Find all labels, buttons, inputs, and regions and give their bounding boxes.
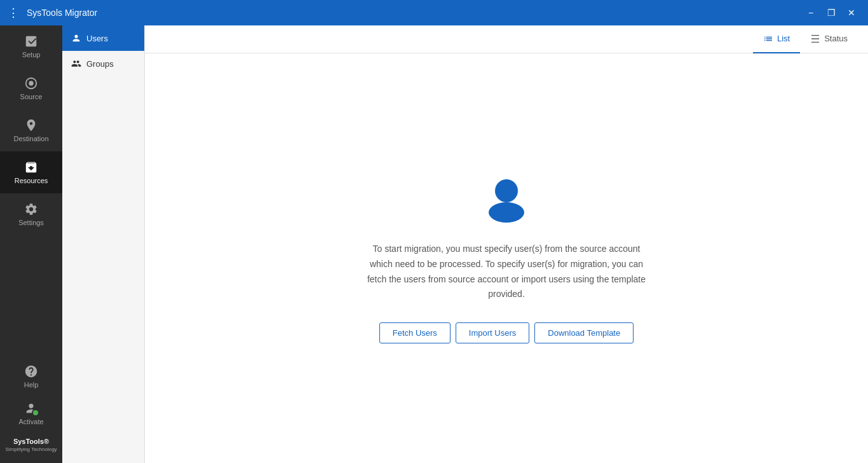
download-template-button[interactable]: Download Template: [534, 322, 634, 343]
svg-point-1: [29, 81, 33, 85]
svg-point-3: [495, 179, 518, 202]
app-title: SysTools Migrator: [27, 8, 802, 18]
close-button[interactable]: ✕: [843, 4, 860, 22]
maximize-button[interactable]: ❐: [822, 4, 840, 22]
minimize-button[interactable]: −: [802, 4, 820, 22]
list-tab-label: List: [777, 34, 790, 43]
title-bar: ⋮ SysTools Migrator − ❐ ✕: [0, 0, 868, 25]
description-text: To start migration, you must specify use…: [360, 242, 653, 302]
large-user-icon: [481, 173, 532, 224]
user-icon-large: [481, 173, 532, 226]
sidebar: Setup Source Destination: [0, 25, 62, 463]
logo-tagline: Simplifying Technology: [5, 446, 57, 453]
tab-status[interactable]: Status: [800, 25, 858, 53]
users-sub-label: Users: [86, 34, 108, 43]
tab-list[interactable]: List: [753, 25, 800, 53]
destination-icon: [24, 118, 38, 132]
sidebar-item-settings[interactable]: Settings: [0, 193, 62, 235]
window-controls: − ❐ ✕: [802, 4, 860, 22]
content-area: To start migration, you must specify use…: [145, 53, 868, 463]
users-sub-icon: [71, 33, 81, 43]
destination-label: Destination: [13, 135, 48, 142]
menu-icon[interactable]: ⋮: [8, 6, 19, 20]
sub-sidebar: Users Groups: [62, 25, 145, 463]
systools-logo: SysTools® Simplifying Technology: [3, 432, 59, 458]
sidebar-item-resources[interactable]: Resources: [0, 151, 62, 193]
main-content: List Status To start migration, you must…: [145, 25, 868, 463]
activate-label: Activate: [18, 418, 43, 425]
help-label: Help: [24, 381, 39, 389]
source-label: Source: [20, 93, 43, 100]
activate-icon-wrap: [24, 401, 38, 415]
fetch-users-button[interactable]: Fetch Users: [379, 322, 451, 343]
sub-sidebar-item-groups[interactable]: Groups: [62, 51, 144, 76]
settings-label: Settings: [18, 219, 44, 226]
app-body: Setup Source Destination: [0, 25, 868, 463]
action-buttons: Fetch Users Import Users Download Templa…: [379, 322, 634, 343]
sidebar-bottom: Help Activate SysTools® Simplifying Tech…: [0, 358, 62, 463]
status-tab-icon: [810, 34, 820, 44]
resources-icon-box: [24, 160, 38, 174]
sidebar-item-help[interactable]: Help: [0, 358, 62, 395]
groups-sub-label: Groups: [86, 59, 114, 69]
source-icon: [24, 76, 38, 90]
sidebar-item-activate[interactable]: Activate: [0, 395, 62, 432]
sidebar-item-destination[interactable]: Destination: [0, 109, 62, 151]
setup-label: Setup: [22, 51, 41, 59]
settings-icon: [24, 202, 38, 216]
activate-green-dot: [32, 409, 39, 417]
import-users-button[interactable]: Import Users: [456, 322, 529, 343]
list-tab-icon: [763, 34, 773, 44]
logo-name: SysTools®: [5, 437, 57, 446]
help-icon: [24, 364, 38, 378]
tab-bar: List Status: [145, 25, 868, 53]
setup-icon: [24, 34, 38, 48]
sub-sidebar-item-users[interactable]: Users: [62, 25, 144, 51]
resources-label: Resources: [15, 177, 48, 184]
sidebar-item-source[interactable]: Source: [0, 67, 62, 109]
groups-sub-icon: [71, 59, 81, 69]
sidebar-item-setup[interactable]: Setup: [0, 25, 62, 67]
status-tab-label: Status: [824, 34, 848, 43]
svg-point-4: [489, 202, 524, 223]
